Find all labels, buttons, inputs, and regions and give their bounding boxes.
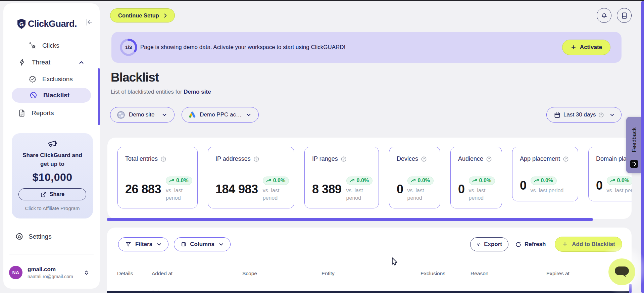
chevron-down-icon — [218, 241, 224, 247]
setup-progress-ring: 1/3 — [120, 39, 137, 56]
sidebar-item-settings[interactable]: Settings — [15, 232, 82, 241]
stat-card-devices: Devices 0 0.0% vs. last period — [389, 147, 440, 208]
banner-message: Page is showing demo data. Activate your… — [140, 32, 345, 63]
sidebar-item-clicks[interactable]: Clicks — [11, 38, 95, 53]
chat-launcher-button[interactable] — [608, 258, 635, 285]
stat-label: IP ranges — [312, 155, 338, 162]
svg-text:G: G — [19, 21, 23, 28]
continue-setup-button[interactable]: Continue Setup — [110, 8, 175, 22]
bell-icon — [600, 12, 608, 19]
column-header-reason[interactable]: Reason — [470, 271, 488, 277]
table-horizontal-scrollbar[interactable] — [107, 291, 629, 293]
date-range-value: Last 30 days — [563, 111, 596, 118]
clickguard-shield-icon: G — [17, 18, 26, 29]
chevron-down-icon — [246, 112, 252, 118]
brand-name: ClickGuard. — [28, 19, 77, 29]
stat-label: IP addresses — [215, 155, 251, 162]
column-header-details[interactable]: Details — [117, 271, 133, 277]
sidebar-item-reports[interactable]: Reports — [11, 105, 95, 121]
share-button[interactable]: Share — [18, 188, 86, 200]
refresh-icon — [515, 241, 522, 248]
chat-bubble-icon — [614, 266, 629, 278]
stat-value: 26 883 — [125, 182, 161, 196]
affiliate-promo-card: Share ClickGuard and get up to $10,000 S… — [12, 133, 93, 218]
stat-delta-value: 0.0% — [357, 178, 369, 184]
stat-delta-badge: 0.0% — [469, 177, 495, 185]
stat-card-ip-addresses: IP addresses 184 983 0.0% vs. last perio… — [208, 147, 294, 208]
add-to-blacklist-label: Add to Blacklist — [572, 241, 615, 248]
app-root: G ClickGuard. Clicks — [0, 0, 644, 293]
help-circle-icon — [160, 156, 166, 162]
sidebar-item-exclusions[interactable]: Exclusions — [11, 71, 95, 87]
page-vertical-scrollbar[interactable] — [641, 1, 644, 293]
stat-delta-badge: 0.0% — [607, 177, 632, 185]
sidebar-item-label: Reports — [32, 109, 54, 117]
ppc-account-selector[interactable]: Demo PPC ac… — [182, 107, 259, 123]
stat-vs-label: vs. last period — [607, 187, 632, 194]
stat-delta-value: 0.0% — [418, 178, 430, 184]
columns-dropdown[interactable]: Columns — [174, 237, 231, 251]
column-header-expires-at[interactable]: Expires at — [546, 271, 569, 277]
ppc-account-value: Demo PPC ac… — [200, 111, 242, 118]
trend-up-icon — [534, 178, 539, 183]
export-button[interactable]: Export — [470, 237, 508, 251]
sidebar: G ClickGuard. Clicks — [3, 3, 100, 289]
page-subtitle: List of blacklisted entities for Demo si… — [111, 89, 211, 95]
stat-label: Devices — [397, 155, 418, 162]
sidebar-item-threat[interactable]: Threat — [11, 55, 95, 70]
add-to-blacklist-button[interactable]: Add to Blacklist — [555, 237, 622, 252]
badge-check-icon — [29, 75, 37, 83]
table-vertical-scrollbar[interactable] — [629, 284, 632, 293]
sidebar-item-blacklist[interactable]: Blacklist — [12, 88, 91, 103]
refresh-button[interactable]: Refresh — [515, 237, 549, 251]
stat-delta-value: 0.0% — [176, 178, 188, 184]
mouse-cursor — [391, 257, 399, 266]
plus-icon — [571, 44, 577, 50]
megaphone-icon — [47, 139, 58, 149]
promo-line2: get up to — [12, 160, 93, 168]
help-circle-icon — [486, 156, 492, 162]
stat-label: Total entries — [125, 155, 158, 162]
stats-cards-row: Total entries 26 883 0.0% vs. last perio… — [117, 147, 632, 208]
help-circle-icon — [563, 156, 569, 162]
window-top-strip — [0, 0, 644, 1]
stat-value: 184 983 — [215, 182, 258, 196]
stat-card-domain-placement: Domain placement 0 0.0% vs. last period — [588, 147, 632, 201]
stat-delta-badge: 0.0% — [263, 177, 289, 185]
column-header-entity[interactable]: Entity — [321, 271, 335, 277]
trend-up-icon — [411, 178, 416, 183]
lightning-icon — [18, 58, 26, 66]
stat-label: App placement — [520, 155, 560, 162]
activate-button[interactable]: Activate — [562, 40, 610, 55]
cards-horizontal-scrollbar[interactable] — [107, 218, 593, 221]
feedback-tab[interactable]: Feedback — [626, 117, 642, 173]
stat-value: 0 — [520, 179, 527, 193]
user-account[interactable]: NA gmail.com naatali.ro@gmail.com — [9, 265, 90, 280]
demo-data-banner: 1/3 Page is showing demo data. Activate … — [111, 32, 622, 63]
knowledge-book-button[interactable] — [617, 8, 632, 23]
affiliate-link[interactable]: Click to Affiliate Program — [12, 205, 93, 211]
date-range-selector[interactable]: Last 30 days — [546, 107, 622, 123]
column-header-scope[interactable]: Scope — [242, 271, 257, 277]
chevron-down-icon — [609, 112, 615, 118]
calendar-icon — [554, 111, 561, 118]
sidebar-scrollbar[interactable] — [98, 68, 100, 125]
stat-vs-label: vs. last period — [407, 187, 431, 202]
user-texts: gmail.com naatali.ro@gmail.com — [28, 266, 78, 279]
filters-dropdown[interactable]: Filters — [118, 237, 168, 251]
chevron-up-down-icon — [83, 270, 90, 276]
site-selector[interactable]: Demo site — [110, 107, 175, 123]
stat-card-ip-ranges: IP ranges 8 389 0.0% vs. last period — [304, 147, 379, 208]
stat-value: 0 — [596, 179, 603, 193]
external-link-icon — [40, 191, 47, 198]
column-header-exclusions[interactable]: Exclusions — [420, 271, 445, 277]
stat-delta-badge: 0.0% — [407, 177, 434, 185]
sticky-column-divider — [595, 252, 595, 291]
columns-label: Columns — [190, 241, 214, 248]
sidebar-collapse-icon[interactable] — [85, 18, 94, 27]
gear-icon — [15, 233, 23, 241]
notifications-button[interactable] — [597, 8, 611, 23]
page-subtitle-prefix: List of blacklisted entities for — [111, 89, 182, 95]
column-header-added-at[interactable]: Added at — [152, 271, 172, 277]
stat-delta-value: 0.0% — [617, 178, 629, 184]
